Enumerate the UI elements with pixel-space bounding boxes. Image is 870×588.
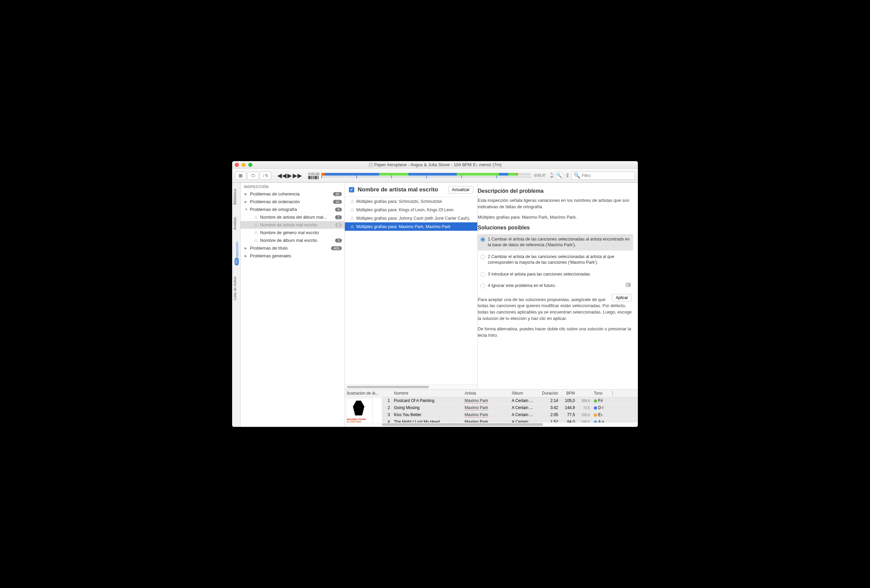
artwork-view-button[interactable]: ▦ [235,171,246,180]
left-tab-inspección[interactable]: 459Inspección [232,236,240,271]
col-artwork[interactable]: Ilustración de ál... [345,390,382,397]
search-icon: 🔍 [574,172,580,179]
left-tab-lista-de-éxitos[interactable]: Lista de éxitos [232,271,240,306]
sidebar-child-item[interactable]: ⚠Nombre de álbum mal escrito3 [241,237,344,244]
next-track-button[interactable]: ▶▶ [293,172,302,179]
mid-scrollbar[interactable] [345,384,477,389]
sidebar-child-item[interactable]: ⚠Nombre de artista del álbum mal...2 [241,213,344,221]
solution-option[interactable]: 4 Ignorar este problema en el futuro.⌫ [478,281,633,291]
album-artwork: MAXIMO PARKA CERTAIN [346,398,373,423]
filter-input[interactable] [582,173,633,178]
update-button[interactable]: Actualizar [448,186,473,194]
issue-item[interactable]: ⚠Múltiples grafías para: Maximo Park, Ma… [345,222,477,231]
issue-item[interactable]: ⚠Múltiples grafías para: Schmutzki, Schm… [345,197,477,205]
shuffle-view-button[interactable]: ♪↯ [260,171,271,180]
filter-search[interactable]: 🔍 [571,171,635,180]
col-artist[interactable]: Artista [463,390,510,397]
sidebar-item[interactable]: ▼Problemas de ortografía9 [241,205,344,213]
table-scrollbar[interactable] [345,423,638,427]
more-columns-icon[interactable]: ⋮ [609,390,613,397]
col-album[interactable]: Álbum [510,390,536,397]
table-row[interactable]: 1Postcard Of A PaintingMaximo ParkA Cert… [382,397,638,404]
left-tab-biblioteca[interactable]: Biblioteca [232,183,240,211]
sidebar-item[interactable]: ▶Problemas de coherencia35 [241,190,344,198]
folder-view-button[interactable]: 🗀 [247,171,259,180]
inspection-title: Nombre de artista mal escrito [358,186,445,193]
zoom-window-icon[interactable] [248,163,252,167]
minimize-window-icon[interactable] [241,163,246,167]
elapsed-time: 0:00.06 [308,172,319,176]
window-title: Paper Aeroplane - Angus & Julia Stone - … [252,162,618,168]
solutions-heading: Soluciones posibles [478,225,633,231]
play-button[interactable]: ▶ [287,172,292,179]
sidebar-child-item[interactable]: ⚠Nombre de artista mal escrito4 [241,221,344,229]
solution-option[interactable]: 2 Cambiar el artista de las canciones se… [478,252,633,268]
table-row[interactable]: 3Kiss You BetterMaximo ParkA Certain ...… [382,411,638,418]
issue-item[interactable]: ⚠Múltiples grafías para: Kings of Leon, … [345,205,477,214]
apply-button[interactable]: Aplicar [612,294,632,301]
left-tab-análisis[interactable]: Análisis [232,211,240,236]
col-key[interactable]: Tono [592,390,609,397]
radio-icon[interactable] [480,284,485,288]
radio-icon[interactable] [480,255,485,259]
table-row[interactable]: 2Going MissingMaximo ParkA Certain ...3:… [382,404,638,411]
sidebar-item[interactable]: ▶Problemas de ordenación10 [241,198,344,205]
table-row[interactable]: 4The Night I Lost My HeadMaximo ParkA Ce… [382,418,638,423]
prev-track-button[interactable]: ◀◀ [277,172,287,179]
remaining-time: -0:03.37 [533,174,546,177]
col-duration[interactable]: Duración [536,390,560,397]
table-header[interactable]: Ilustración de ál... Nombre Artista Álbu… [345,390,638,397]
share-button[interactable]: ⇪ [565,172,569,179]
col-bpm[interactable]: BPM [560,390,577,397]
radio-icon[interactable] [480,272,485,277]
problem-example-text: Múltiples grafías para: Maximo Park, Max… [478,214,633,221]
sidebar-item[interactable]: ▶Problemas generales [241,252,344,260]
issue-item[interactable]: ⚠Múltiples grafías para: Johnny Cash (wi… [345,214,477,222]
sidebar-item[interactable]: ▶Problemas de título405 [241,244,344,252]
sidebar-child-item[interactable]: ⚠Nombre de género mal escrito [241,229,344,237]
help-text-2: De forma alternativa, puedes hacer doble… [478,326,633,339]
close-window-icon[interactable] [235,163,239,167]
solution-option[interactable]: 3 Introduce el artista para las cancione… [478,269,633,280]
delete-icon[interactable]: ⌫ [626,283,630,287]
repeat-button[interactable]: ↻⇄ [550,173,553,178]
progress-bar[interactable] [321,171,531,180]
radio-icon[interactable] [480,237,485,242]
solution-option[interactable]: 1 Cambiar el artista de las canciones se… [478,234,633,251]
barcode-icon: █▌▌▌█▌▌ [308,176,319,179]
app-doc-icon [368,162,373,167]
col-name[interactable]: Nombre [392,390,463,397]
search-tool-button[interactable]: 🔍 [555,171,563,180]
sidebar-heading: INSPECCIÓN [241,183,344,190]
help-text-1: Para aceptar una de las soluciones propu… [478,297,633,322]
problem-description-heading: Descripción del problema [478,188,633,194]
window-controls[interactable] [235,163,252,167]
problem-description-text: Esta inspección señala ligeras variacion… [478,198,633,210]
inspection-enabled-checkbox[interactable]: ✓ [349,187,354,192]
